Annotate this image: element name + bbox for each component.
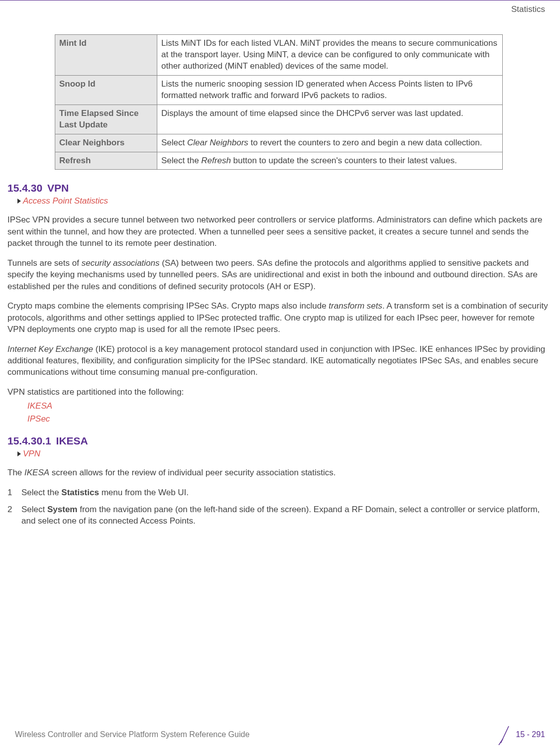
definition-table: Mint Id Lists MiNT IDs for each listed V… — [55, 34, 503, 170]
running-header: Statistics — [0, 0, 560, 14]
section-title: VPN — [47, 182, 69, 194]
desc-cell: Select Clear Neighbors to revert the cou… — [157, 134, 503, 152]
link-list: IKESA IPSec — [27, 400, 553, 425]
paragraph: Internet Key Exchange (IKE) protocol is … — [7, 343, 553, 378]
arrow-right-icon — [17, 451, 21, 456]
paragraph: VPN statistics are partitioned into the … — [7, 386, 553, 398]
paragraph: IPSec VPN provides a secure tunnel betwe… — [7, 214, 553, 249]
table-row: Time Elapsed Since Last Update Displays … — [55, 105, 503, 134]
section-number: 15.4.30.1 — [7, 435, 51, 447]
step-number: 1 — [7, 487, 21, 499]
term-cell: Refresh — [55, 152, 157, 170]
paragraph: Crypto maps combine the elements compris… — [7, 300, 553, 335]
term-cell: Time Elapsed Since Last Update — [55, 105, 157, 134]
link-ipsec[interactable]: IPSec — [27, 413, 553, 426]
table-row: Mint Id Lists MiNT IDs for each listed V… — [55, 35, 503, 76]
table-row: Refresh Select the Refresh button to upd… — [55, 152, 503, 170]
desc-cell: Displays the amount of time elapsed sinc… — [157, 105, 503, 134]
table-row: Snoop Id Lists the numeric snooping sess… — [55, 75, 503, 105]
arrow-right-icon — [17, 199, 21, 204]
breadcrumb[interactable]: VPN — [17, 449, 553, 459]
desc-cell: Lists the numeric snooping session ID ge… — [157, 75, 503, 105]
section-heading-ikesa: 15.4.30.1 IKESA — [7, 435, 553, 447]
section-heading-vpn: 15.4.30 VPN — [7, 182, 553, 194]
paragraph: Tunnels are sets of security association… — [7, 257, 553, 292]
desc-cell: Lists MiNT IDs for each listed VLAN. MiN… — [157, 35, 503, 76]
section-title: IKESA — [56, 435, 88, 447]
link-ikesa[interactable]: IKESA — [27, 400, 553, 413]
step-1: 1 Select the Statistics menu from the We… — [7, 487, 553, 499]
footer-guide-title: Wireless Controller and Service Platform… — [15, 730, 249, 739]
page-footer: Wireless Controller and Service Platform… — [0, 724, 560, 745]
footer-slash-icon — [498, 724, 512, 745]
svg-line-1 — [499, 739, 503, 745]
page-number: 15 - 291 — [516, 730, 545, 739]
term-cell: Snoop Id — [55, 75, 157, 105]
term-cell: Mint Id — [55, 35, 157, 76]
term-cell: Clear Neighbors — [55, 134, 157, 152]
step-2: 2 Select System from the navigation pane… — [7, 504, 553, 528]
paragraph: The IKESA screen allows for the review o… — [7, 467, 553, 478]
breadcrumb[interactable]: Access Point Statistics — [17, 196, 553, 206]
table-row: Clear Neighbors Select Clear Neighbors t… — [55, 134, 503, 152]
desc-cell: Select the Refresh button to update the … — [157, 152, 503, 170]
section-number: 15.4.30 — [7, 182, 42, 194]
step-number: 2 — [7, 504, 21, 528]
